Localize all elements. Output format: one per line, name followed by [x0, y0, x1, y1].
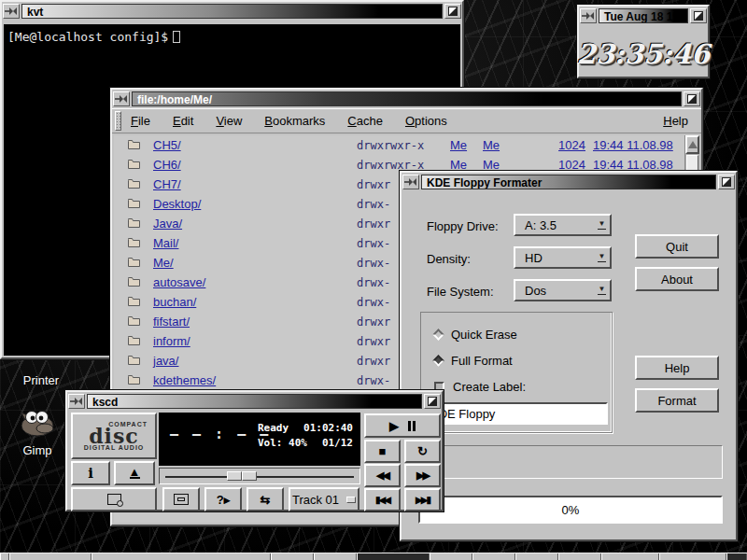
- play-pause-button[interactable]: ▶: [364, 413, 441, 438]
- menu-options[interactable]: Options: [405, 114, 447, 128]
- taskbar[interactable]: [0, 553, 747, 560]
- file-group[interactable]: Me: [483, 138, 556, 152]
- folder-icon: [127, 236, 153, 251]
- file-link[interactable]: Me/: [153, 256, 357, 270]
- taskbar-button[interactable]: [9, 553, 92, 560]
- pin-button[interactable]: [402, 175, 419, 189]
- file-link[interactable]: autosave/: [153, 275, 357, 289]
- create-label-checkbox[interactable]: Create Label:: [434, 380, 526, 394]
- loop-button[interactable]: ↻: [404, 440, 441, 463]
- quit-button[interactable]: Quit: [635, 234, 719, 259]
- filesystem-select[interactable]: Dos ▼: [514, 279, 612, 301]
- file-link[interactable]: CH5/: [153, 138, 357, 152]
- format-button[interactable]: Format: [635, 388, 719, 413]
- file-date[interactable]: 19:44 11.08.98: [593, 158, 673, 172]
- file-link[interactable]: Mail/: [153, 236, 357, 250]
- gimp-wilber-icon: [16, 403, 59, 441]
- help-button[interactable]: Help: [635, 356, 719, 380]
- kfm-title: file:/home/Me/: [132, 91, 682, 106]
- desktop-icon-printer[interactable]: Printer: [13, 373, 69, 387]
- rewind-button[interactable]: ◀◀: [364, 464, 401, 487]
- stop-button[interactable]: ■: [364, 440, 401, 463]
- drive-select[interactable]: A: 3.5 ▼: [514, 214, 612, 236]
- desktop-icon-gimp[interactable]: Gimp: [7, 403, 67, 457]
- jump-button[interactable]: ⇆: [247, 487, 284, 511]
- menu-view[interactable]: View: [216, 114, 242, 128]
- pin-button[interactable]: [3, 4, 20, 19]
- menu-help[interactable]: Help: [663, 114, 688, 128]
- track-selector[interactable]: Track 01: [289, 487, 359, 511]
- file-link[interactable]: CH7/: [153, 177, 357, 191]
- file-link[interactable]: Java/: [153, 217, 357, 231]
- taskbar-button[interactable]: [601, 553, 659, 560]
- file-link[interactable]: buchan/: [153, 295, 357, 309]
- floppy-titlebar[interactable]: KDE Floppy Formater: [402, 173, 736, 191]
- file-date[interactable]: 19:44 11.08.98: [593, 138, 673, 152]
- maximize-button[interactable]: [684, 91, 700, 106]
- kvt-titlebar[interactable]: kvt: [2, 2, 462, 21]
- full-format-radio[interactable]: Full Format: [434, 354, 513, 368]
- maximize-button[interactable]: [718, 175, 735, 189]
- dock-button[interactable]: [162, 487, 200, 511]
- filesystem-label: File System:: [427, 285, 494, 299]
- eject-button[interactable]: ▲: [114, 461, 155, 485]
- pin-button[interactable]: [113, 91, 130, 106]
- taskbar-button[interactable]: [659, 553, 726, 560]
- radio-icon: [432, 329, 444, 341]
- file-group[interactable]: Me: [483, 158, 556, 172]
- kfm-titlebar[interactable]: file:/home/Me/: [112, 90, 701, 108]
- file-link[interactable]: CH6/: [153, 158, 357, 172]
- menu-file[interactable]: File: [131, 114, 150, 128]
- taskbar-button[interactable]: [0, 553, 9, 560]
- file-size[interactable]: 1024: [556, 158, 585, 172]
- slider-thumb[interactable]: [227, 471, 257, 481]
- file-link[interactable]: fifstart/: [153, 315, 357, 329]
- file-owner[interactable]: Me: [450, 158, 483, 172]
- maximize-button[interactable]: [444, 4, 461, 19]
- folder-icon: [127, 295, 153, 310]
- taskbar-button[interactable]: [515, 553, 558, 560]
- clock-titlebar[interactable]: Tue Aug 18 1998: [579, 7, 708, 25]
- info-button[interactable]: i: [71, 461, 110, 485]
- file-link[interactable]: inform/: [153, 334, 357, 348]
- maximize-button[interactable]: [424, 394, 441, 409]
- file-owner[interactable]: Me: [450, 138, 483, 152]
- file-link[interactable]: Desktop/: [153, 197, 357, 211]
- menubar-drag-handle[interactable]: [115, 111, 121, 131]
- taskbar-button[interactable]: [271, 553, 314, 560]
- file-size[interactable]: 1024: [556, 138, 585, 152]
- kscd-help-button[interactable]: ?▸: [204, 487, 242, 511]
- about-button[interactable]: About: [635, 267, 719, 291]
- density-select[interactable]: HD ▼: [514, 246, 612, 269]
- menu-edit[interactable]: Edit: [173, 114, 193, 128]
- taskbar-button[interactable]: [726, 553, 747, 560]
- taskbar-button[interactable]: [558, 553, 601, 560]
- cddb-icon: [107, 494, 121, 505]
- file-link[interactable]: kdethemes/: [153, 373, 357, 387]
- file-link[interactable]: java/: [153, 354, 357, 368]
- floppy-formatter-window: KDE Floppy Formater Floppy Drive: A: 3.5…: [400, 171, 738, 541]
- pin-button[interactable]: [68, 394, 85, 409]
- cddb-button[interactable]: [71, 487, 157, 511]
- volume-label-input[interactable]: [425, 402, 608, 425]
- fast-forward-button[interactable]: ▶▶: [404, 464, 441, 487]
- taskbar-button-active[interactable]: [357, 553, 430, 560]
- pin-button[interactable]: [580, 8, 597, 23]
- taskbar-button[interactable]: [92, 553, 271, 560]
- taskbar-button[interactable]: [472, 553, 515, 560]
- menu-bookmarks[interactable]: Bookmarks: [264, 114, 325, 128]
- menu-cache[interactable]: Cache: [347, 114, 383, 128]
- folder-icon: [127, 158, 153, 173]
- kscd-titlebar[interactable]: kscd: [67, 392, 442, 411]
- taskbar-button[interactable]: [430, 553, 472, 560]
- previous-track-button[interactable]: ▮◀◀: [364, 488, 401, 511]
- next-track-button[interactable]: ▶▶▮: [404, 488, 441, 511]
- volume-slider[interactable]: [159, 468, 360, 484]
- folder-icon: [127, 197, 153, 212]
- scroll-up-button[interactable]: [685, 135, 699, 154]
- maximize-button[interactable]: [690, 8, 707, 23]
- lcd-track-count: 01/12: [322, 437, 353, 449]
- table-row: CH5/ drwxrwxr-x Me Me 1024 19:44 11.08.9…: [114, 135, 699, 155]
- taskbar-button[interactable]: [314, 553, 357, 560]
- quick-erase-radio[interactable]: Quick Erase: [434, 328, 517, 342]
